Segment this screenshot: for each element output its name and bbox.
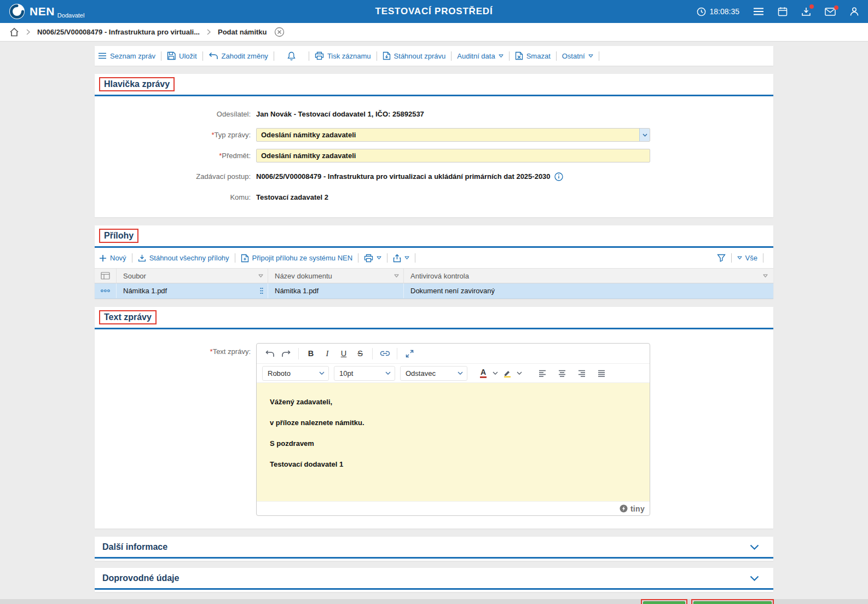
- column-filter-icon[interactable]: [394, 274, 399, 278]
- send-button[interactable]: Odeslat: [643, 601, 685, 604]
- calendar-icon[interactable]: [778, 7, 788, 16]
- undo-arrow-icon: [209, 52, 218, 60]
- link-icon[interactable]: [377, 346, 393, 361]
- new-attachment-button[interactable]: Nový: [99, 254, 126, 262]
- print-record-button[interactable]: Tisk záznamu: [315, 51, 371, 60]
- export-icon: [393, 254, 401, 263]
- column-filter-icon[interactable]: [258, 274, 263, 278]
- top-bar: NEN Dodavatel TESTOVACÍ PROSTŘEDÍ 18:08:…: [0, 0, 868, 23]
- rich-text-editor[interactable]: B I U S Roboto 10pt: [256, 343, 650, 516]
- export-attachments-button[interactable]: [393, 254, 409, 263]
- other-actions-button[interactable]: Ostatní: [562, 52, 593, 60]
- document-download-icon: [383, 51, 391, 60]
- field-label-procedure: Zadávací postup:: [95, 172, 256, 181]
- section-accompanying-data[interactable]: Doprovodné údaje: [95, 568, 773, 592]
- sign-and-send-button[interactable]: Podepsat a odeslat: [693, 601, 772, 604]
- align-right-icon[interactable]: [574, 366, 590, 381]
- editor-toolbar-primary: B I U S: [257, 344, 650, 364]
- cell-file: Námitka 1.pdf: [117, 283, 268, 298]
- editor-paragraph: v příloze naleznete námitku.: [270, 419, 636, 427]
- column-header-document-name[interactable]: Název dokumentu: [268, 269, 404, 283]
- highlight-color-icon[interactable]: [499, 366, 516, 381]
- block-format-select[interactable]: Odstavec: [400, 366, 467, 381]
- field-label-message-type: *Typ zprávy:: [95, 131, 256, 139]
- editor-toolbar-secondary: Roboto 10pt Odstavec A: [257, 364, 650, 383]
- section-title-more-information: Další informace: [102, 542, 167, 552]
- column-filter-icon[interactable]: [763, 274, 768, 278]
- field-label-recipient: Komu:: [95, 193, 256, 201]
- fullscreen-icon[interactable]: [401, 346, 418, 361]
- discard-changes-button[interactable]: Zahodit změny: [209, 52, 268, 60]
- download-message-button[interactable]: Stáhnout zprávu: [383, 51, 446, 60]
- brand[interactable]: NEN Dodavatel: [9, 3, 84, 20]
- message-type-value: Odeslání námitky zadavateli: [257, 131, 639, 139]
- chevron-down-icon[interactable]: [517, 371, 522, 375]
- download-all-attachments-button[interactable]: Stáhnout všechny přílohy: [138, 254, 229, 262]
- message-type-select[interactable]: Odeslání námitky zadavateli: [256, 128, 650, 142]
- chevron-down-icon[interactable]: [750, 544, 759, 550]
- attachment-row[interactable]: Námitka 1.pdf Námitka 1.pdf Dokument nen…: [95, 283, 773, 299]
- align-justify-icon[interactable]: [593, 366, 610, 381]
- section-more-information[interactable]: Další informace: [95, 537, 773, 561]
- redo-icon[interactable]: [278, 346, 294, 361]
- subject-input[interactable]: [256, 149, 650, 162]
- breadcrumb-current[interactable]: Podat námitku: [218, 28, 267, 36]
- chevron-down-icon: [404, 256, 409, 260]
- drag-handle-icon[interactable]: [260, 287, 263, 294]
- attach-from-nen-button[interactable]: Připojit přílohu ze systému NEN: [241, 254, 353, 263]
- clock-icon: [697, 7, 706, 16]
- field-label-subject: *Předmět:: [95, 152, 256, 160]
- close-tab-icon[interactable]: [274, 27, 285, 37]
- notifications-bell-icon[interactable]: [287, 51, 296, 61]
- bold-button[interactable]: B: [303, 346, 319, 361]
- table-settings-icon[interactable]: [95, 269, 117, 283]
- align-left-icon[interactable]: [534, 366, 551, 381]
- table-header-row: Soubor Název dokumentu Antivirová kontro…: [95, 268, 773, 283]
- breadcrumb-procedure[interactable]: N006/25/V00008479 - Infrastruktura pro v…: [37, 28, 200, 36]
- save-button[interactable]: Uložit: [167, 51, 197, 60]
- chevron-down-icon: [385, 371, 391, 375]
- audit-data-button[interactable]: Auditní data: [457, 52, 503, 60]
- chevron-down-icon[interactable]: [639, 129, 650, 141]
- user-icon[interactable]: [849, 7, 859, 16]
- chevron-down-icon: [458, 371, 463, 375]
- menu-icon[interactable]: [753, 7, 764, 16]
- send-button-annotation: Odeslat: [641, 599, 687, 604]
- italic-button[interactable]: I: [319, 346, 335, 361]
- notification-badge: [834, 5, 838, 10]
- downloads-icon[interactable]: [801, 7, 811, 16]
- undo-icon[interactable]: [262, 346, 278, 361]
- chevron-down-icon[interactable]: [493, 371, 498, 375]
- session-clock: 18:08:35: [697, 7, 740, 16]
- text-color-button[interactable]: A: [475, 366, 491, 381]
- editor-content[interactable]: Vážený zadavateli, v příloze naleznete n…: [257, 383, 650, 501]
- column-header-file[interactable]: Soubor: [117, 269, 268, 283]
- editor-paragraph: S pozdravem: [270, 439, 636, 448]
- tiny-logo-icon: [620, 504, 628, 513]
- font-family-select[interactable]: Roboto: [262, 366, 329, 381]
- attachments-toolbar: Nový Stáhnout všechny přílohy Připojit p…: [95, 248, 773, 268]
- underline-button[interactable]: U: [335, 346, 352, 361]
- chevron-down-icon[interactable]: [750, 576, 759, 581]
- row-menu-icon[interactable]: [95, 283, 117, 298]
- print-attachments-button[interactable]: [364, 254, 381, 263]
- home-icon[interactable]: [9, 27, 19, 37]
- align-center-icon[interactable]: [554, 366, 570, 381]
- tiny-brand-label[interactable]: tiny: [630, 504, 645, 513]
- section-title-accompanying-data: Doprovodné údaje: [102, 573, 179, 583]
- section-message-text: Text zprávy *Text zprávy: B I U S: [95, 307, 773, 528]
- plus-icon: [99, 254, 107, 262]
- filter-icon[interactable]: [717, 254, 726, 262]
- view-all-filter-button[interactable]: Vše: [737, 254, 757, 262]
- record-toolbar: Seznam zpráv Uložit Zahodit změny Tisk z…: [95, 46, 773, 66]
- column-header-antivirus[interactable]: Antivirová kontrola: [404, 269, 773, 283]
- strikethrough-button[interactable]: S: [352, 346, 368, 361]
- chevron-down-icon: [377, 256, 381, 260]
- message-list-button[interactable]: Seznam zpráv: [98, 52, 155, 60]
- nen-logo-icon: [9, 3, 25, 20]
- info-icon[interactable]: [554, 172, 563, 181]
- attach-document-icon: [241, 254, 249, 263]
- messages-icon[interactable]: [825, 8, 836, 16]
- delete-button[interactable]: Smazat: [515, 51, 551, 60]
- font-size-select[interactable]: 10pt: [334, 366, 395, 381]
